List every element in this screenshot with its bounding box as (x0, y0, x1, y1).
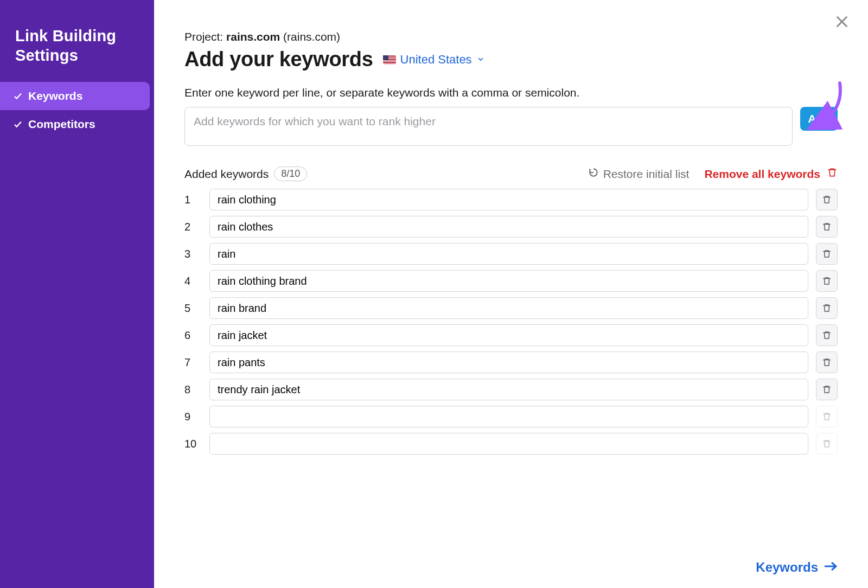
delete-keyword-button[interactable] (816, 297, 838, 319)
main-content: Project: rains.com (rains.com) Add your … (154, 0, 868, 588)
undo-icon (588, 167, 599, 181)
trash-icon (827, 167, 838, 181)
delete-keyword-button[interactable] (816, 216, 838, 238)
keyword-row: 2 (184, 216, 838, 238)
keywords-input[interactable] (184, 107, 793, 146)
restore-label: Restore initial list (603, 168, 690, 181)
keyword-row: 1 (184, 189, 838, 210)
footer-next-label: Keywords (756, 560, 818, 575)
keyword-field[interactable] (209, 189, 808, 210)
added-count-pill: 8/10 (274, 167, 307, 181)
sidebar: Link Building Settings Keywords Competit… (0, 0, 154, 588)
trash-icon (822, 411, 832, 422)
footer-next-link[interactable]: Keywords (756, 560, 838, 575)
trash-icon (822, 276, 832, 286)
sidebar-item-keywords[interactable]: Keywords (0, 82, 150, 110)
keyword-row: 10 (184, 433, 838, 455)
delete-keyword-button[interactable] (816, 270, 838, 292)
row-number: 4 (184, 275, 202, 287)
keyword-field[interactable] (209, 433, 808, 455)
keyword-field[interactable] (209, 270, 808, 292)
keyword-field[interactable] (209, 406, 808, 427)
page-title: Add your keywords (184, 48, 373, 71)
sidebar-item-label: Competitors (28, 118, 95, 131)
row-number: 7 (184, 356, 202, 369)
delete-keyword-button[interactable] (816, 379, 838, 400)
restore-initial-list[interactable]: Restore initial list (588, 167, 690, 181)
keyword-field[interactable] (209, 379, 808, 400)
keyword-row: 9 (184, 406, 838, 427)
keyword-row: 4 (184, 270, 838, 292)
row-number: 2 (184, 221, 202, 233)
locale-selector[interactable]: United States (383, 53, 485, 67)
chevron-down-icon (476, 53, 485, 67)
add-button[interactable]: Add (800, 107, 838, 131)
delete-keyword-button[interactable] (816, 324, 838, 346)
project-label: Project: (184, 30, 226, 43)
trash-icon (822, 248, 832, 259)
trash-icon (822, 194, 832, 205)
instructions-text: Enter one keyword per line, or separate … (184, 86, 838, 99)
delete-keyword-button (816, 433, 838, 455)
keyword-field[interactable] (209, 324, 808, 346)
project-line: Project: rains.com (rains.com) (184, 30, 838, 43)
trash-icon (822, 438, 832, 449)
trash-icon (822, 303, 832, 314)
keyword-row: 3 (184, 243, 838, 265)
arrow-right-icon (824, 560, 838, 575)
row-number: 8 (184, 384, 202, 396)
remove-all-keywords[interactable]: Remove all keywords (704, 167, 838, 181)
keyword-rows: 12345678910 (184, 189, 838, 455)
row-number: 5 (184, 302, 202, 315)
delete-keyword-button (816, 406, 838, 427)
keyword-row: 5 (184, 297, 838, 319)
remove-all-label: Remove all keywords (704, 168, 820, 181)
row-number: 1 (184, 194, 202, 206)
delete-keyword-button[interactable] (816, 189, 838, 210)
locale-label: United States (400, 53, 472, 67)
flag-us-icon (383, 55, 396, 64)
keyword-field[interactable] (209, 351, 808, 373)
keyword-field[interactable] (209, 243, 808, 265)
sidebar-item-label: Keywords (28, 90, 82, 103)
keyword-field[interactable] (209, 216, 808, 238)
check-icon (13, 91, 23, 101)
row-number: 9 (184, 411, 202, 423)
keyword-row: 8 (184, 379, 838, 400)
row-number: 6 (184, 329, 202, 342)
delete-keyword-button[interactable] (816, 351, 838, 373)
project-domain: (rains.com) (280, 30, 340, 43)
trash-icon (822, 330, 832, 341)
trash-icon (822, 384, 832, 395)
added-keywords-label: Added keywords (184, 168, 269, 181)
keyword-field[interactable] (209, 297, 808, 319)
row-number: 3 (184, 248, 202, 260)
delete-keyword-button[interactable] (816, 243, 838, 265)
close-button[interactable] (831, 11, 853, 33)
trash-icon (822, 357, 832, 368)
sidebar-item-competitors[interactable]: Competitors (0, 110, 154, 138)
project-name: rains.com (226, 30, 280, 43)
keyword-row: 7 (184, 351, 838, 373)
trash-icon (822, 221, 832, 232)
keyword-row: 6 (184, 324, 838, 346)
sidebar-title: Link Building Settings (0, 26, 154, 82)
row-number: 10 (184, 438, 202, 450)
check-icon (13, 119, 23, 129)
